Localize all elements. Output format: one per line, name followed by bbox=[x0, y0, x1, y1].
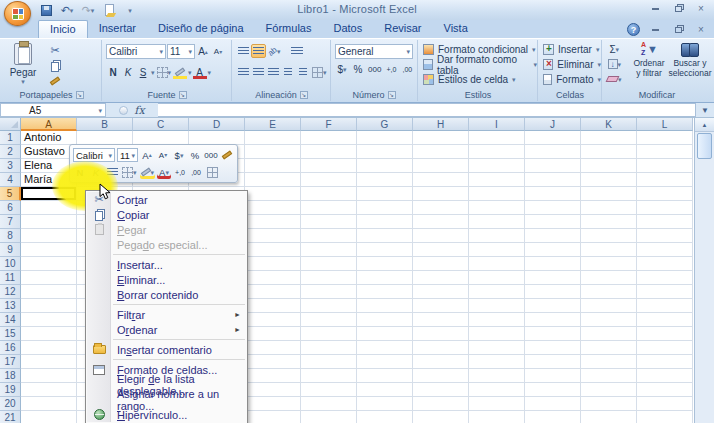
row-header-14[interactable]: 14 bbox=[0, 313, 21, 327]
cell-J20[interactable] bbox=[525, 397, 581, 411]
cell-J18[interactable] bbox=[525, 369, 581, 383]
restore-button[interactable] bbox=[670, 3, 686, 15]
cell-I4[interactable] bbox=[469, 173, 525, 187]
cell-G14[interactable] bbox=[357, 313, 413, 327]
fill-color-button[interactable] bbox=[173, 65, 187, 79]
cell-L1[interactable] bbox=[637, 131, 693, 145]
cell-A9[interactable] bbox=[21, 243, 77, 257]
cell-A1[interactable]: Antonio bbox=[21, 131, 77, 145]
cell-G7[interactable] bbox=[357, 215, 413, 229]
cell-L19[interactable] bbox=[637, 383, 693, 397]
cell-H21[interactable] bbox=[413, 411, 469, 423]
cell-F2[interactable] bbox=[301, 145, 357, 159]
format-cells-button[interactable]: Formato▾ bbox=[539, 72, 601, 87]
menu-item-insertar[interactable]: Insertar... bbox=[86, 257, 247, 272]
comma-style-button[interactable]: 000 bbox=[367, 62, 382, 76]
cell-A13[interactable] bbox=[21, 299, 77, 313]
cell-H16[interactable] bbox=[413, 341, 469, 355]
cell-L5[interactable] bbox=[637, 187, 693, 201]
cell-F19[interactable] bbox=[301, 383, 357, 397]
cell-J17[interactable] bbox=[525, 355, 581, 369]
cell-F21[interactable] bbox=[301, 411, 357, 423]
mini-grow-font-button[interactable]: A▴ bbox=[140, 148, 154, 162]
row-header-9[interactable]: 9 bbox=[0, 243, 21, 257]
cell-E15[interactable] bbox=[245, 327, 301, 341]
cell-G3[interactable] bbox=[357, 159, 413, 173]
accounting-format-button[interactable]: $▾ bbox=[335, 62, 349, 76]
cell-K2[interactable] bbox=[581, 145, 637, 159]
cell-K14[interactable] bbox=[581, 313, 637, 327]
cell-J19[interactable] bbox=[525, 383, 581, 397]
workbook-minimize-button[interactable] bbox=[647, 24, 663, 36]
cell-L12[interactable] bbox=[637, 285, 693, 299]
cell-G13[interactable] bbox=[357, 299, 413, 313]
tab-diseño-de-página[interactable]: Diseño de página bbox=[147, 20, 255, 38]
cell-E13[interactable] bbox=[245, 299, 301, 313]
cell-A18[interactable] bbox=[21, 369, 77, 383]
cell-E7[interactable] bbox=[245, 215, 301, 229]
cell-K11[interactable] bbox=[581, 271, 637, 285]
wrap-text-button[interactable] bbox=[290, 44, 304, 58]
row-header-7[interactable]: 7 bbox=[0, 215, 21, 229]
column-header-I[interactable]: I bbox=[469, 118, 525, 131]
cell-E6[interactable] bbox=[245, 201, 301, 215]
cell-E20[interactable] bbox=[245, 397, 301, 411]
cell-F17[interactable] bbox=[301, 355, 357, 369]
cell-A10[interactable] bbox=[21, 257, 77, 271]
cell-I3[interactable] bbox=[469, 159, 525, 173]
cell-F13[interactable] bbox=[301, 299, 357, 313]
column-header-A[interactable]: A bbox=[21, 118, 77, 131]
cell-G1[interactable] bbox=[357, 131, 413, 145]
fill-button[interactable]: ↓▾ bbox=[606, 57, 623, 71]
cell-E5[interactable] bbox=[245, 187, 301, 201]
cell-E19[interactable] bbox=[245, 383, 301, 397]
insert-function-button[interactable]: fx bbox=[134, 104, 144, 117]
cell-J12[interactable] bbox=[525, 285, 581, 299]
cell-K7[interactable] bbox=[581, 215, 637, 229]
insert-cells-button[interactable]: Insertar▾ bbox=[539, 42, 601, 57]
cell-J4[interactable] bbox=[525, 173, 581, 187]
autosum-button[interactable]: Σ▾ bbox=[606, 42, 623, 56]
cell-L3[interactable] bbox=[637, 159, 693, 173]
expand-formula-bar-button[interactable]: ▼ bbox=[696, 103, 714, 117]
paste-button[interactable]: Pegar ▾ bbox=[6, 43, 40, 87]
row-header-6[interactable]: 6 bbox=[0, 201, 21, 215]
cell-H11[interactable] bbox=[413, 271, 469, 285]
row-header-11[interactable]: 11 bbox=[0, 271, 21, 285]
cell-J16[interactable] bbox=[525, 341, 581, 355]
menu-item-copiar[interactable]: Copiar bbox=[86, 207, 247, 222]
vertical-scrollbar[interactable]: ▲ bbox=[694, 118, 714, 423]
cell-E9[interactable] bbox=[245, 243, 301, 257]
menu-item-insertar-comentario[interactable]: Insertar comentario bbox=[86, 342, 247, 357]
mini-comma-button[interactable]: 000 bbox=[204, 148, 218, 162]
menu-item-hipervínculo[interactable]: Hipervínculo... bbox=[86, 407, 247, 422]
font-color-button[interactable]: A bbox=[193, 65, 207, 79]
cell-H3[interactable] bbox=[413, 159, 469, 173]
menu-item-pegado-especial[interactable]: Pegado especial... bbox=[86, 237, 247, 252]
decrease-indent-button[interactable] bbox=[281, 65, 295, 79]
cell-H20[interactable] bbox=[413, 397, 469, 411]
cell-H9[interactable] bbox=[413, 243, 469, 257]
dialog-launcher[interactable]: ↘ bbox=[388, 91, 396, 99]
column-header-J[interactable]: J bbox=[525, 118, 581, 131]
borders-button[interactable]: ▾ bbox=[156, 65, 173, 79]
cell-G18[interactable] bbox=[357, 369, 413, 383]
cell-K10[interactable] bbox=[581, 257, 637, 271]
cell-G6[interactable] bbox=[357, 201, 413, 215]
align-center-button[interactable] bbox=[251, 65, 265, 79]
cell-F5[interactable] bbox=[301, 187, 357, 201]
row-header-5[interactable]: 5 bbox=[0, 187, 21, 201]
cell-A12[interactable] bbox=[21, 285, 77, 299]
align-top-button[interactable] bbox=[236, 44, 250, 58]
cell-E17[interactable] bbox=[245, 355, 301, 369]
mini-font-name-select[interactable]: Calibri▾ bbox=[73, 148, 115, 162]
increase-indent-button[interactable] bbox=[296, 65, 310, 79]
dialog-launcher[interactable]: ↘ bbox=[300, 91, 308, 99]
cell-K5[interactable] bbox=[581, 187, 637, 201]
mini-font-color-button[interactable]: A▾ bbox=[157, 165, 171, 179]
cell-H19[interactable] bbox=[413, 383, 469, 397]
mini-font-size-select[interactable]: 11▾ bbox=[117, 148, 138, 162]
cell-B1[interactable] bbox=[77, 131, 133, 145]
row-header-8[interactable]: 8 bbox=[0, 229, 21, 243]
mini-percent-button[interactable]: % bbox=[188, 148, 202, 162]
